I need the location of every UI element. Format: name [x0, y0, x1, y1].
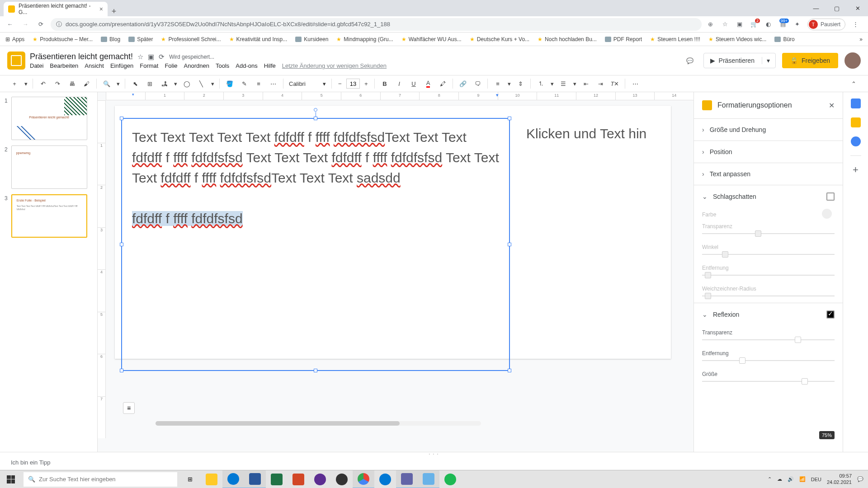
textbox-icon[interactable]: ⊞ — [143, 77, 156, 90]
redo-icon[interactable]: ↷ — [51, 77, 64, 90]
fill-color-icon[interactable]: 🪣 — [223, 77, 236, 90]
horizontal-ruler[interactable]: ▾▾ 1234567891011121314 — [106, 92, 693, 100]
reflection-size-slider[interactable] — [702, 381, 835, 382]
slide-thumbnail-selected[interactable]: Erste Folie - Beispiel Text Text Text Te… — [11, 194, 87, 238]
menu-help[interactable]: Hilfe — [264, 62, 276, 69]
task-view-icon[interactable]: ⊞ — [179, 470, 201, 488]
section-text-fit[interactable]: ›Text anpassen — [694, 163, 843, 185]
spotify-icon[interactable] — [439, 470, 461, 488]
reflection-transparency-slider[interactable] — [702, 339, 835, 340]
comments-icon[interactable]: 💬 — [683, 53, 697, 68]
numbered-list-icon[interactable]: ⒈ — [534, 77, 547, 90]
wifi-icon[interactable]: 📶 — [799, 476, 806, 482]
resize-handle[interactable] — [314, 117, 317, 120]
bookmark-item[interactable]: PDF Report — [605, 36, 642, 42]
font-size-increase[interactable]: + — [362, 79, 371, 88]
line-dropdown-icon[interactable]: ▾ — [209, 77, 216, 90]
text-content[interactable]: Text Text Text Text Text fdfdff f ffff f… — [122, 119, 509, 237]
add-addon-icon[interactable]: + — [851, 165, 861, 175]
line-icon[interactable]: ╲ — [195, 77, 208, 90]
cart-icon[interactable]: 🛒2 — [750, 20, 759, 29]
share-button[interactable]: 🔒 Freigeben — [782, 53, 838, 68]
rotate-handle[interactable] — [314, 108, 317, 112]
url-input[interactable]: ⓘ docs.google.com/presentation/d/1yV372S… — [51, 18, 702, 31]
chrome-icon[interactable] — [353, 470, 374, 488]
section-reflection[interactable]: ⌄Reflexion — [694, 303, 843, 326]
menu-icon[interactable]: ⋮ — [851, 20, 860, 29]
bookmark-item[interactable]: ★Steuern Videos wic... — [708, 36, 767, 42]
close-window-icon[interactable]: ✕ — [847, 0, 868, 16]
menu-edit[interactable]: Bearbeiten — [50, 62, 78, 69]
resize-handle[interactable] — [120, 117, 123, 120]
slides-logo-icon[interactable] — [7, 52, 25, 70]
indent-decrease-icon[interactable]: ⇤ — [580, 77, 592, 90]
present-button[interactable]: ▶ Präsentieren ▾ — [703, 53, 776, 68]
explorer-icon[interactable] — [201, 470, 222, 488]
close-panel-icon[interactable]: ✕ — [829, 101, 835, 110]
resize-handle[interactable] — [120, 369, 123, 372]
language-indicator[interactable]: DEU — [811, 477, 821, 482]
powerpoint-icon[interactable] — [288, 470, 309, 488]
tray-chevron-icon[interactable]: ⌃ — [768, 476, 772, 482]
close-tab-icon[interactable]: × — [99, 5, 103, 13]
back-icon[interactable]: ← — [5, 19, 15, 30]
resize-handle[interactable] — [314, 369, 317, 372]
reader-icon[interactable]: ▣ — [735, 20, 744, 29]
italic-icon[interactable]: I — [393, 77, 406, 90]
section-size-rotation[interactable]: ›Größe und Drehung — [694, 118, 843, 141]
bookmark-item[interactable]: ★Produktsuche – Mer... — [33, 36, 93, 42]
extension-icon[interactable]: ▤99+ — [778, 20, 788, 29]
vertical-ruler[interactable]: 1234567 — [98, 100, 106, 438]
app-icon[interactable] — [396, 470, 418, 488]
line-spacing-icon[interactable]: ⇕ — [514, 77, 527, 90]
section-position[interactable]: ›Position — [694, 141, 843, 163]
star-icon[interactable]: ☆ — [137, 53, 143, 61]
bookmark-item[interactable]: Später — [128, 36, 153, 42]
notepad-icon[interactable] — [418, 470, 439, 488]
border-dash-icon[interactable]: ⋯ — [267, 77, 279, 90]
zoom-icon[interactable]: ⊕ — [706, 20, 715, 29]
menu-addons[interactable]: Add-ons — [236, 62, 257, 69]
present-dropdown-icon[interactable]: ▾ — [762, 57, 774, 64]
font-select[interactable]: Calibri▾ — [287, 80, 328, 88]
notifications-icon[interactable]: 💬 — [857, 476, 863, 482]
bookmark-item[interactable]: ★Deutsche Kurs + Vo... — [470, 36, 529, 42]
profile-chip[interactable]: T Pausiert — [807, 19, 845, 30]
slide-thumbnail[interactable]: Präsentieren leicht gemacht! — [11, 97, 87, 140]
underline-icon[interactable]: U — [407, 77, 420, 90]
extensions-menu-icon[interactable]: ✦ — [793, 20, 802, 29]
resize-handle[interactable] — [508, 369, 511, 372]
start-button[interactable] — [0, 470, 22, 488]
calendar-icon[interactable] — [851, 99, 861, 108]
forward-icon[interactable]: → — [20, 19, 31, 30]
align-icon[interactable]: ≡ — [491, 77, 504, 90]
bullet-list-icon[interactable]: ☰ — [557, 77, 570, 90]
reflection-checkbox[interactable] — [826, 310, 835, 319]
more-icon[interactable]: ⋯ — [629, 77, 642, 90]
bookmarks-overflow-icon[interactable]: » — [859, 36, 863, 42]
bookmark-item[interactable]: Kursideen — [295, 36, 328, 42]
bookmark-item[interactable]: ★Professionell Schrei... — [161, 36, 221, 42]
comment-icon[interactable]: 🗨 — [471, 77, 484, 90]
undo-icon[interactable]: ↶ — [37, 77, 49, 90]
image-icon[interactable]: 🏞 — [158, 77, 170, 90]
notes-drag-handle[interactable]: • • • — [0, 452, 868, 455]
bookmark-item[interactable]: ★Kreativität und Insp... — [229, 36, 288, 42]
shadow-checkbox[interactable] — [826, 192, 835, 201]
slide-thumbnail[interactable]: ppwnwmg — [11, 145, 87, 189]
bold-icon[interactable]: B — [378, 77, 391, 90]
onedrive-icon[interactable]: ☁ — [777, 476, 782, 482]
font-size-decrease[interactable]: − — [335, 79, 344, 88]
section-drop-shadow[interactable]: ⌄Schlagschatten — [694, 185, 843, 208]
app-icon[interactable] — [309, 470, 331, 488]
placeholder-text[interactable]: Klicken und Text hin — [526, 126, 646, 141]
menu-arrange[interactable]: Anordnen — [184, 62, 209, 69]
text-color-icon[interactable]: A — [422, 77, 434, 90]
border-weight-icon[interactable]: ≡ — [252, 77, 265, 90]
word-icon[interactable] — [244, 470, 266, 488]
obs-icon[interactable] — [331, 470, 353, 488]
extension-icon[interactable]: ◐ — [764, 20, 773, 29]
bookmark-item[interactable]: ★Wahlfächer WU Aus... — [401, 36, 462, 42]
edge-icon[interactable] — [222, 470, 244, 488]
taskbar-search[interactable]: 🔍Zur Suche Text hier eingeben — [24, 472, 177, 487]
